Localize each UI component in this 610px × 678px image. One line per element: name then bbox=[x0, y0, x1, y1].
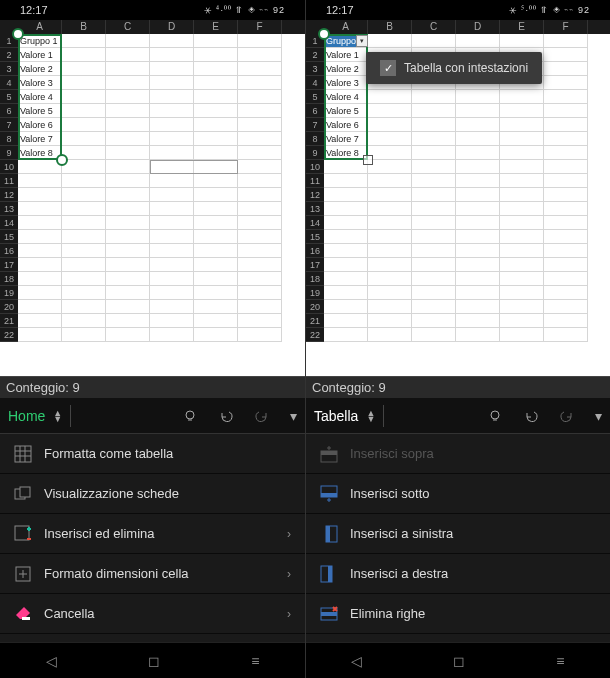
row-header[interactable]: 8 bbox=[306, 132, 324, 146]
cell[interactable] bbox=[194, 328, 238, 342]
cell[interactable] bbox=[150, 34, 194, 48]
cell[interactable] bbox=[238, 300, 282, 314]
cell[interactable] bbox=[544, 300, 588, 314]
cell[interactable] bbox=[456, 272, 500, 286]
row-header[interactable]: 10 bbox=[0, 160, 18, 174]
cell[interactable] bbox=[368, 230, 412, 244]
cell[interactable] bbox=[238, 160, 282, 174]
row-header[interactable]: 5 bbox=[0, 90, 18, 104]
row-header[interactable]: 8 bbox=[0, 132, 18, 146]
cell[interactable]: Valore 2 bbox=[18, 62, 62, 76]
cell[interactable] bbox=[194, 258, 238, 272]
row-header[interactable]: 22 bbox=[306, 328, 324, 342]
col-header[interactable]: A bbox=[18, 20, 62, 34]
cell[interactable] bbox=[412, 132, 456, 146]
cell[interactable] bbox=[150, 76, 194, 90]
cell[interactable]: Valore 1 bbox=[18, 48, 62, 62]
cell[interactable] bbox=[62, 48, 106, 62]
cell[interactable] bbox=[18, 174, 62, 188]
nav-recent-icon[interactable]: ≡ bbox=[251, 653, 259, 669]
cell[interactable] bbox=[412, 104, 456, 118]
cell[interactable] bbox=[368, 216, 412, 230]
cell[interactable] bbox=[194, 76, 238, 90]
cell[interactable] bbox=[106, 160, 150, 174]
cell[interactable] bbox=[500, 188, 544, 202]
cell[interactable] bbox=[368, 174, 412, 188]
menu-item-ins-sinistra[interactable]: Inserisci a sinistra bbox=[306, 514, 610, 554]
cell[interactable] bbox=[500, 146, 544, 160]
row-header[interactable]: 11 bbox=[306, 174, 324, 188]
cell[interactable] bbox=[544, 90, 588, 104]
cell[interactable] bbox=[194, 244, 238, 258]
cell[interactable] bbox=[412, 272, 456, 286]
cell[interactable] bbox=[412, 146, 456, 160]
cell[interactable] bbox=[18, 300, 62, 314]
cell[interactable] bbox=[368, 34, 412, 48]
col-header[interactable]: E bbox=[500, 20, 544, 34]
cell[interactable] bbox=[150, 258, 194, 272]
cell[interactable] bbox=[368, 286, 412, 300]
row-header[interactable]: 14 bbox=[306, 216, 324, 230]
undo-icon[interactable] bbox=[218, 408, 234, 424]
cell[interactable] bbox=[150, 314, 194, 328]
row-header[interactable]: 15 bbox=[306, 230, 324, 244]
cell[interactable] bbox=[62, 230, 106, 244]
cell[interactable] bbox=[106, 258, 150, 272]
cell[interactable] bbox=[106, 272, 150, 286]
cell[interactable] bbox=[106, 132, 150, 146]
cell[interactable] bbox=[194, 286, 238, 300]
spreadsheet[interactable]: ABCDEF1Gruppo 12Valore 13Valore 24Valore… bbox=[0, 20, 305, 376]
cell[interactable] bbox=[238, 146, 282, 160]
cell[interactable] bbox=[238, 34, 282, 48]
cell[interactable] bbox=[106, 118, 150, 132]
cell[interactable] bbox=[456, 202, 500, 216]
cell[interactable] bbox=[106, 244, 150, 258]
row-header[interactable]: 13 bbox=[306, 202, 324, 216]
cell[interactable] bbox=[368, 328, 412, 342]
cell[interactable] bbox=[456, 314, 500, 328]
more-icon[interactable]: ▾ bbox=[290, 408, 297, 424]
cell[interactable] bbox=[368, 314, 412, 328]
cell[interactable] bbox=[18, 188, 62, 202]
cell[interactable] bbox=[544, 272, 588, 286]
cell[interactable] bbox=[18, 160, 62, 174]
cell[interactable] bbox=[368, 244, 412, 258]
row-header[interactable]: 22 bbox=[0, 328, 18, 342]
menu-item-elimina-righe[interactable]: Elimina righe bbox=[306, 594, 610, 634]
cell[interactable] bbox=[500, 286, 544, 300]
cell[interactable] bbox=[544, 104, 588, 118]
cell[interactable] bbox=[456, 244, 500, 258]
cell[interactable] bbox=[106, 188, 150, 202]
cell[interactable] bbox=[106, 216, 150, 230]
cell[interactable] bbox=[106, 174, 150, 188]
cell[interactable] bbox=[62, 118, 106, 132]
cell[interactable] bbox=[500, 216, 544, 230]
cell[interactable] bbox=[62, 160, 106, 174]
cell[interactable] bbox=[412, 244, 456, 258]
cell[interactable] bbox=[544, 258, 588, 272]
cell[interactable] bbox=[106, 286, 150, 300]
cell[interactable] bbox=[62, 174, 106, 188]
cell[interactable] bbox=[106, 76, 150, 90]
col-header[interactable]: A bbox=[324, 20, 368, 34]
cell[interactable] bbox=[238, 216, 282, 230]
cell[interactable] bbox=[150, 216, 194, 230]
row-header[interactable]: 18 bbox=[0, 272, 18, 286]
cell[interactable] bbox=[150, 104, 194, 118]
cell[interactable] bbox=[324, 286, 368, 300]
cell[interactable] bbox=[194, 300, 238, 314]
cell[interactable]: Valore 8 bbox=[18, 146, 62, 160]
row-header[interactable]: 4 bbox=[306, 76, 324, 90]
cell[interactable] bbox=[412, 202, 456, 216]
header-tooltip[interactable]: ✓Tabella con intestazioni bbox=[366, 52, 542, 84]
cell[interactable] bbox=[194, 216, 238, 230]
cell[interactable] bbox=[106, 104, 150, 118]
cell[interactable] bbox=[150, 244, 194, 258]
col-header[interactable]: F bbox=[238, 20, 282, 34]
cell[interactable] bbox=[18, 272, 62, 286]
row-header[interactable]: 3 bbox=[306, 62, 324, 76]
cell[interactable] bbox=[194, 62, 238, 76]
cell[interactable] bbox=[62, 34, 106, 48]
lightbulb-icon[interactable] bbox=[487, 408, 503, 424]
cell[interactable] bbox=[456, 216, 500, 230]
